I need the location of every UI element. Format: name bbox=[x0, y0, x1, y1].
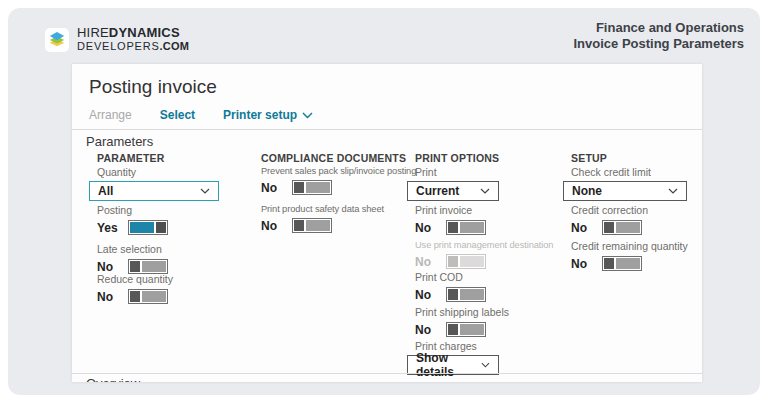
field-late-selection: Late selectionNo bbox=[89, 243, 168, 274]
field-print-invoice: Print invoiceNo bbox=[407, 204, 486, 235]
late-selection-toggle[interactable] bbox=[128, 259, 168, 274]
field-print-cod: Print CODNo bbox=[407, 271, 486, 302]
field-label: Print invoice bbox=[415, 204, 486, 216]
toggle-track bbox=[460, 289, 484, 300]
toggle-value: No bbox=[571, 221, 593, 235]
field-label: Prevent sales pack slip/invoice posting bbox=[261, 166, 416, 176]
field-credit-remaining-quantity: Credit remaining quantityNo bbox=[563, 240, 688, 271]
field-print-charges: Print chargesShow details bbox=[407, 340, 499, 375]
credit-remaining-quantity-toggle[interactable] bbox=[602, 256, 642, 271]
toggle-track bbox=[306, 182, 330, 193]
field-label: Credit remaining quantity bbox=[571, 240, 688, 252]
toggle-knob bbox=[294, 220, 304, 231]
field-label: Print bbox=[415, 166, 499, 178]
toggle-value: No bbox=[571, 257, 593, 271]
column-header-print-options: PRINT OPTIONS bbox=[415, 152, 499, 164]
site-logo: HIREDYNAMICS DEVELOPERS.COM bbox=[45, 26, 189, 53]
field-reduce-quantity: Reduce quantityNo bbox=[89, 273, 173, 304]
toggle-knob bbox=[448, 324, 458, 335]
field-label: Print shipping labels bbox=[415, 306, 509, 318]
column-header-setup: SETUP bbox=[571, 152, 607, 164]
toggle-value: No bbox=[261, 219, 283, 233]
field-label: Print COD bbox=[415, 271, 486, 283]
field-credit-correction: Credit correctionNo bbox=[563, 204, 648, 235]
screenshot-root: HIREDYNAMICS DEVELOPERS.COM Finance and … bbox=[0, 0, 768, 403]
field-prevent-sales-pack-slip-invoice-posting: Prevent sales pack slip/invoice postingN… bbox=[253, 166, 416, 195]
print-dropdown[interactable]: Current bbox=[407, 181, 499, 201]
field-label: Late selection bbox=[97, 243, 168, 255]
print-shipping-labels-toggle[interactable] bbox=[446, 322, 486, 337]
print-invoice-toggle[interactable] bbox=[446, 220, 486, 235]
field-label: Print product safety data sheet bbox=[261, 204, 384, 214]
print-charges-dropdown[interactable]: Show details bbox=[407, 355, 499, 375]
chevron-down-icon bbox=[302, 112, 313, 119]
chevron-down-icon bbox=[481, 362, 490, 368]
chevron-down-icon bbox=[480, 188, 490, 194]
logo-text: HIREDYNAMICS DEVELOPERS.COM bbox=[77, 26, 189, 53]
field-label: Use print management destination bbox=[415, 240, 553, 250]
print-cod-toggle[interactable] bbox=[446, 287, 486, 302]
field-posting: PostingYes bbox=[89, 204, 168, 235]
field-print-product-safety-data-sheet: Print product safety data sheetNo bbox=[253, 204, 384, 233]
toggle-knob bbox=[604, 222, 614, 233]
chevron-down-icon bbox=[668, 188, 678, 194]
layered-stack-icon bbox=[45, 28, 69, 52]
dialog-title: Posting invoice bbox=[89, 76, 217, 98]
toggle-value: No bbox=[415, 255, 437, 269]
dropdown-value: Current bbox=[416, 184, 459, 198]
header-line-2: Invoice Posting Parameters bbox=[573, 36, 744, 52]
section-title-parameters: Parameters bbox=[86, 134, 153, 149]
toggle-track bbox=[616, 222, 640, 233]
dropdown-value: Show details bbox=[416, 351, 481, 379]
field-quantity: QuantityAll bbox=[89, 166, 219, 201]
toggle-track bbox=[306, 220, 330, 231]
quantity-dropdown[interactable]: All bbox=[89, 181, 219, 201]
logo-dynamics: DYNAMICS bbox=[109, 25, 180, 40]
printer-setup-label: Printer setup bbox=[223, 108, 297, 122]
field-print-shipping-labels: Print shipping labelsNo bbox=[407, 306, 509, 337]
toggle-value: No bbox=[415, 288, 437, 302]
toggle-track bbox=[460, 222, 484, 233]
field-label: Credit correction bbox=[571, 204, 648, 216]
toolbar-item-select[interactable]: Select bbox=[160, 108, 195, 122]
toggle-knob bbox=[604, 258, 614, 269]
toggle-track bbox=[460, 324, 484, 335]
field-print: PrintCurrent bbox=[407, 166, 499, 201]
toggle-track bbox=[142, 261, 166, 272]
dropdown-value: None bbox=[572, 184, 602, 198]
field-label: Check credit limit bbox=[571, 166, 687, 178]
toggle-knob bbox=[130, 291, 140, 302]
prevent-sales-pack-slip-invoice-posting-toggle[interactable] bbox=[292, 180, 332, 195]
logo-developers: DEVELOPERS bbox=[77, 40, 160, 52]
toggle-value: Yes bbox=[97, 221, 119, 235]
toggle-value: No bbox=[261, 181, 283, 195]
toggle-value: No bbox=[97, 260, 119, 274]
header-line-1: Finance and Operations bbox=[573, 20, 744, 36]
print-product-safety-data-sheet-toggle[interactable] bbox=[292, 218, 332, 233]
page-header-title: Finance and Operations Invoice Posting P… bbox=[573, 20, 744, 52]
toolbar-item-printer-setup[interactable]: Printer setup bbox=[223, 108, 313, 122]
logo-com: .COM bbox=[160, 40, 190, 52]
toggle-track bbox=[460, 256, 484, 267]
toggle-track bbox=[130, 222, 154, 233]
posting-toggle[interactable] bbox=[128, 220, 168, 235]
field-use-print-management-destination: Use print management destinationNo bbox=[407, 240, 553, 269]
field-check-credit-limit: Check credit limitNone bbox=[563, 166, 687, 201]
logo-hire: HIRE bbox=[77, 25, 109, 40]
field-label: Posting bbox=[97, 204, 168, 216]
reduce-quantity-toggle[interactable] bbox=[128, 289, 168, 304]
toggle-track bbox=[142, 291, 166, 302]
column-header-parameter: PARAMETER bbox=[97, 152, 165, 164]
toggle-knob bbox=[130, 261, 140, 272]
credit-correction-toggle[interactable] bbox=[602, 220, 642, 235]
use-print-management-destination-toggle bbox=[446, 254, 486, 269]
toggle-knob bbox=[448, 289, 458, 300]
next-section-title-partial: Overview bbox=[86, 376, 140, 382]
chevron-down-icon bbox=[200, 188, 210, 194]
toggle-knob bbox=[294, 182, 304, 193]
column-header-compliance-documents: COMPLIANCE DOCUMENTS bbox=[261, 152, 406, 164]
toolbar-item-arrange[interactable]: Arrange bbox=[89, 108, 132, 122]
field-label: Reduce quantity bbox=[97, 273, 173, 285]
dropdown-value: All bbox=[98, 184, 113, 198]
check-credit-limit-dropdown[interactable]: None bbox=[563, 181, 687, 201]
